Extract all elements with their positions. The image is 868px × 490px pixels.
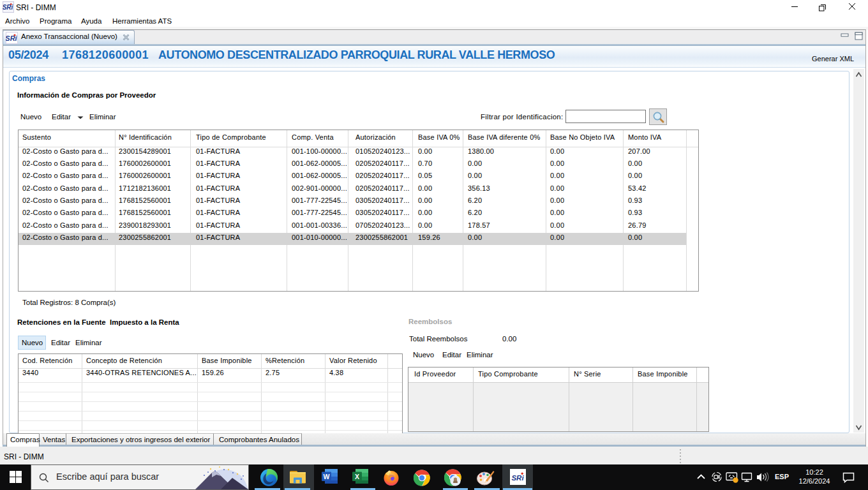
- svg-text:W: W: [324, 473, 330, 480]
- svg-text:SRi: SRi: [511, 474, 524, 482]
- svg-text:X: X: [355, 473, 359, 480]
- svg-text:SRi: SRi: [6, 34, 18, 42]
